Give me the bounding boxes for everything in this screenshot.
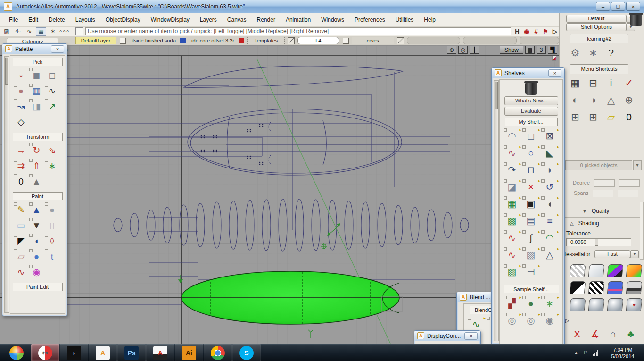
- diag-checker-swatch[interactable]: [570, 264, 586, 277]
- pick-template-box-icon[interactable]: ▦: [29, 83, 44, 99]
- pick-point-icon[interactable]: ●: [13, 83, 29, 99]
- prompt-play-icon[interactable]: ▷: [551, 28, 559, 35]
- taskbar-chrome[interactable]: [204, 344, 232, 361]
- ms-shade-drop-icon[interactable]: ◑: [584, 92, 602, 109]
- view-lookat-icon[interactable]: ◎: [458, 46, 468, 54]
- layer-chip-crves[interactable]: crves: [352, 37, 394, 44]
- shelf-plane-surface-icon[interactable]: ◻: [521, 127, 540, 144]
- nonproportional-scale-icon[interactable]: ⇑: [29, 158, 44, 174]
- displaycon-titlebar[interactable]: A DisplayCon... ×: [414, 331, 480, 341]
- shelf-delete-icon[interactable]: ×: [521, 178, 540, 195]
- ms-scene-tree-icon[interactable]: ⊟: [584, 75, 602, 92]
- layer-chip-empty-1[interactable]: [407, 37, 461, 44]
- sketch-canvas-icon[interactable]: ◊: [44, 233, 60, 249]
- menu-help[interactable]: Help: [419, 15, 441, 25]
- view-zoom-icon[interactable]: ⊕: [447, 46, 456, 54]
- shelf-rect-layout-icon[interactable]: ⊓: [521, 161, 540, 178]
- rotate-icon[interactable]: ↻: [29, 143, 44, 158]
- pick-surface-icon[interactable]: ◨: [29, 99, 44, 114]
- history-icon[interactable]: H: [513, 28, 521, 35]
- shelf-render-tool-icon[interactable]: ▣: [521, 195, 540, 212]
- menu-preferences[interactable]: Preferences: [349, 15, 390, 25]
- color-wheel-icon[interactable]: ◉: [29, 264, 44, 280]
- palette-section-paint[interactable]: Paint: [13, 192, 63, 200]
- shelf-trim-icon[interactable]: ◪: [503, 178, 521, 195]
- ms-window-grid-icon[interactable]: ▦: [566, 75, 584, 92]
- layer-chip-core[interactable]: ide core offset 3.2r: [189, 37, 237, 44]
- taskbar-alias[interactable]: A: [89, 344, 117, 361]
- shelf-cv-curve-icon[interactable]: ∿: [503, 144, 521, 161]
- diag-gray-band-swatch[interactable]: [626, 281, 643, 294]
- ms-shade-globe-icon[interactable]: ⊕: [620, 92, 638, 109]
- tab-menu-shortcuts[interactable]: Menu Shortcuts: [570, 64, 628, 74]
- layer-chip-empty-2[interactable]: [463, 37, 517, 44]
- evaluate-button[interactable]: Evaluate: [504, 107, 558, 116]
- tab-learning[interactable]: learning#2: [570, 34, 628, 44]
- shading-section-header[interactable]: △Shading: [570, 220, 599, 227]
- sample-tool-stamp-icon[interactable]: ▞: [503, 295, 521, 312]
- shelf-red-cv-icon[interactable]: ∿: [503, 229, 521, 246]
- spans-field-2[interactable]: [618, 190, 638, 197]
- taskbar-illustrator[interactable]: Ai: [175, 344, 203, 361]
- black-flood-icon[interactable]: ◤: [13, 233, 29, 249]
- white-marker-icon[interactable]: ▯: [44, 218, 60, 233]
- learning-burst-icon[interactable]: ∗: [584, 44, 602, 61]
- learning-gear-ball-icon[interactable]: ⚙: [566, 44, 584, 61]
- whats-new-button[interactable]: What's New...: [504, 96, 558, 105]
- shelf-surface-corner-icon[interactable]: ◣: [540, 144, 559, 161]
- sample-spheres-icon[interactable]: ●: [521, 295, 540, 312]
- learning-help-book-icon[interactable]: ?: [602, 44, 620, 61]
- layer-checkbox-1[interactable]: [120, 38, 126, 44]
- shelf-project-curve-icon[interactable]: ↷: [503, 161, 521, 178]
- my-shelf-tab[interactable]: My Shelf...: [505, 118, 558, 126]
- menu-canvas[interactable]: Canvas: [222, 15, 252, 25]
- snap-star-tool-icon[interactable]: ∗: [48, 27, 58, 35]
- ms-shade-cone-icon[interactable]: △: [602, 92, 620, 109]
- green-sprite-icon[interactable]: ♣: [622, 326, 640, 343]
- palette-scrollbar[interactable]: [4, 56, 9, 313]
- menu-utilities[interactable]: Utilities: [390, 15, 419, 25]
- shelf-loop-curve-icon[interactable]: ↺: [540, 178, 559, 195]
- snap-grid-icon[interactable]: #: [532, 28, 540, 35]
- paint-pour-button[interactable]: ▾: [626, 298, 643, 311]
- text-tool-icon[interactable]: t: [44, 249, 60, 264]
- shelves-titlebar[interactable]: A Shelves ×: [492, 68, 564, 78]
- pick-locator-icon[interactable]: ◇: [13, 114, 29, 130]
- diag-orange-swatch[interactable]: [626, 264, 643, 277]
- layer-slash-icon-2[interactable]: [397, 37, 404, 44]
- paint-bucket-icon[interactable]: ◖: [29, 233, 44, 249]
- pick-hull-icon[interactable]: ↝: [13, 99, 29, 114]
- menu-animation[interactable]: Animation: [281, 15, 316, 25]
- shelf-circle-icon[interactable]: ○: [521, 144, 540, 161]
- shade-button-3[interactable]: [607, 298, 624, 311]
- pick-nothing-icon[interactable]: ▫: [13, 67, 29, 83]
- sample-shelf-tab[interactable]: Sample Shelf...: [504, 285, 559, 293]
- menu-delete[interactable]: Delete: [43, 15, 70, 25]
- ms-lister2-icon[interactable]: ⊞: [584, 109, 602, 126]
- hidden-icons-button[interactable]: ▴: [571, 350, 581, 356]
- shelf-crown-surface-icon[interactable]: ◠: [503, 127, 521, 144]
- curve-tool-icon[interactable]: ∿: [25, 27, 34, 35]
- zero-transform-icon[interactable]: 0: [13, 174, 29, 189]
- layer-chip-surface[interactable]: itside finished surfa: [129, 37, 179, 44]
- shelf-multi-surface-icon[interactable]: ▩: [503, 212, 521, 229]
- diag-black-arrow-swatch[interactable]: [570, 281, 586, 294]
- shelf-align-icon[interactable]: ⊠: [540, 127, 559, 144]
- show-button[interactable]: Show: [500, 46, 523, 54]
- shelf-detach-icon[interactable]: ⊣: [521, 263, 540, 280]
- pencil-icon[interactable]: ✎: [13, 202, 29, 218]
- view-pan-icon[interactable]: ╋: [470, 46, 479, 54]
- crayon-icon[interactable]: ▲: [29, 202, 44, 218]
- layer-chip-default[interactable]: DefaultLayer: [75, 37, 116, 44]
- layer-chip-templates[interactable]: Templates: [247, 37, 285, 44]
- tolerance-slider-handle[interactable]: [595, 239, 598, 246]
- pick-object-icon[interactable]: ◼: [29, 67, 44, 83]
- shelf-s-curve-icon[interactable]: ∫: [521, 229, 540, 246]
- ms-shade-sphere-icon[interactable]: ◐: [566, 92, 584, 109]
- pick-component-tool-icon[interactable]: 4▫: [13, 27, 23, 35]
- taskbar-clock[interactable]: 7:34 PM 5/08/2014: [606, 346, 639, 360]
- diag-blue-pink-swatch[interactable]: [607, 281, 624, 294]
- palette-titlebar[interactable]: A Palette ×: [2, 44, 67, 54]
- shelf-arc-fillet-icon[interactable]: ◗: [540, 161, 559, 178]
- window-corner-icon[interactable]: ▜: [548, 46, 557, 54]
